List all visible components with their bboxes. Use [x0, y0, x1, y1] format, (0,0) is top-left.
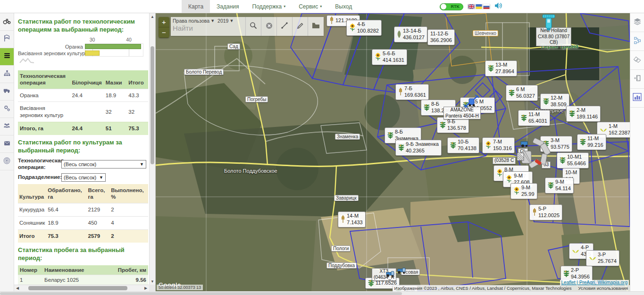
search-input[interactable] [173, 24, 243, 32]
field-marker[interactable]: 2-Р94.3956 [560, 266, 593, 282]
tractor-map-icon[interactable] [385, 270, 395, 279]
table-cell: 56.4 [46, 203, 86, 217]
flag-uk-icon[interactable] [468, 4, 475, 9]
map-library-attribution: Leaflet | PreAgri, Wikimapia.org [560, 280, 629, 285]
column-header: Технологическая операция [18, 70, 70, 89]
field-marker[interactable]: 9-М54.114 [545, 177, 574, 194]
toolbar-structure-button[interactable] [0, 66, 14, 83]
nav-service[interactable]: Сервис▾ [292, 0, 328, 13]
year-select[interactable]: 2019▼ [217, 18, 234, 24]
draw-button[interactable] [292, 17, 308, 36]
zoom-in-button[interactable]: + [159, 17, 169, 27]
chart-tick-label: 30 [90, 37, 95, 42]
terms-link[interactable]: Условия использования [578, 286, 628, 291]
field-marker-label: 9-М25.99 [521, 185, 535, 198]
toolbar-settings-button[interactable] [0, 101, 14, 118]
scrollbar-thumb[interactable] [28, 286, 127, 290]
unit-select[interactable]: (Весь список) ▼ [61, 173, 106, 182]
scroll-down-icon[interactable]: ▼ [150, 278, 155, 285]
stats-panel-content: Статистика работ по технологическим опер… [14, 13, 149, 285]
nav-logout[interactable]: Выход [328, 0, 359, 13]
field-marker[interactable]: 14-М7.1433 [338, 211, 366, 228]
toolbar-monitoring-button[interactable] [0, 153, 14, 170]
nav-map[interactable]: Карта [182, 0, 210, 13]
zoom-out-button[interactable]: − [159, 27, 169, 38]
field-marker[interactable]: 6 М56.0327 [506, 85, 538, 101]
scroll-left-icon[interactable]: ◀ [14, 285, 21, 291]
flag-ukraine-icon[interactable] [476, 4, 482, 9]
main-row: Статистика работ по технологическим опер… [0, 13, 644, 291]
chevron-down-icon: ▾ [320, 4, 322, 8]
rtk-toggle[interactable]: RTK [440, 3, 463, 10]
coordinates-readout: 50.80944 32.00373 13 [157, 285, 203, 290]
chart-category-label: Висівання зернових культур [18, 51, 83, 56]
table-row: Соняшник18.94504 [18, 217, 148, 230]
field-marker[interactable]: 13-М27.8964 [485, 60, 517, 76]
field-marker[interactable]: 11-М65.4031 [518, 110, 550, 126]
field-marker[interactable]: 12-М38.509 [540, 93, 569, 110]
machinery-cluster-icon[interactable] [509, 137, 556, 176]
measure-tools-button[interactable] [630, 70, 644, 89]
chevron-down-icon: ▼ [210, 18, 215, 23]
layers-button[interactable] [630, 13, 644, 32]
field-marker[interactable]: 9-Б136.578 [437, 117, 469, 133]
table-cell: Висівання зернових культур [18, 102, 70, 122]
target-icon [3, 157, 11, 167]
field-marker[interactable]: 11-М99.216 [577, 134, 606, 150]
open-folder-button[interactable] [308, 17, 323, 36]
panel-horizontal-scrollbar[interactable]: ◀ ▶ [14, 285, 149, 291]
column-header: Итого [126, 70, 148, 89]
rtk-label: RTK [451, 4, 460, 9]
field-marker[interactable]: 10-Б70.4138 [447, 137, 479, 153]
attribution-links[interactable]: Leaflet | PreAgri, Wikimapia.org [561, 280, 627, 285]
operation-select[interactable]: (Весь список) ▼ [61, 160, 146, 169]
field-marker[interactable]: 7-Б169.6361 [395, 84, 429, 100]
tractor-map-icon[interactable] [396, 267, 407, 276]
ruler-icon [633, 74, 642, 84]
clear-search-button[interactable] [261, 17, 276, 36]
sprayer-icon[interactable] [463, 94, 479, 110]
table-cell: Соняшник [18, 217, 46, 230]
field-marker[interactable]: 13-14-Б436.0127 [394, 26, 427, 42]
table-row: Кукурудза56.421292 [18, 203, 148, 217]
search-button[interactable] [245, 17, 261, 36]
tractor-icon [2, 17, 11, 27]
scroll-up-icon[interactable]: ▲ [150, 13, 155, 20]
clear-icon [266, 22, 273, 31]
corn-icon [548, 181, 554, 190]
field-marker[interactable]: 9-М25.99 [510, 183, 537, 199]
sound-icon[interactable] [494, 2, 502, 11]
nav-support[interactable]: Поддержка▾ [246, 0, 293, 13]
toolbar-vehicles-button[interactable] [0, 13, 14, 31]
page-horizontal-scrollbar[interactable] [0, 291, 644, 295]
field-marker[interactable]: 10-М155.6466 [557, 152, 589, 169]
measure-distance-button[interactable] [276, 17, 292, 36]
nav-tasks[interactable]: Задания [210, 0, 245, 13]
toolbar-fields-button[interactable] [0, 31, 14, 48]
corn-icon [440, 121, 446, 129]
field-marker[interactable]: 5-Р112.0025 [529, 204, 562, 220]
map[interactable]: СадБолото ПереводПогребыЗнаменкаБолото П… [156, 13, 630, 291]
field-marker[interactable]: 3-Р25.7674 [586, 250, 619, 266]
reports-chart-button[interactable] [630, 89, 644, 108]
scheme-button[interactable] [630, 32, 644, 51]
toolbar-reports-button[interactable] [0, 48, 14, 66]
scroll-right-icon[interactable]: ▶ [142, 285, 149, 291]
toolbar-trucks-button[interactable] [0, 83, 14, 101]
scrollbar-thumb[interactable] [151, 46, 154, 164]
field-marker[interactable]: 11-12-Б366.2906 [427, 29, 455, 45]
wheat-icon [329, 17, 334, 25]
toolbar-users-button[interactable] [0, 118, 14, 135]
toolbar-messages-button[interactable] [0, 135, 14, 153]
field-marker[interactable]: 4-Б100.8282 [346, 20, 382, 36]
flag-russia-icon[interactable] [483, 4, 490, 9]
combine-harvester-icon[interactable] [542, 14, 556, 33]
field-marker[interactable]: 9-Б Знаменка40.2365 [395, 140, 442, 156]
rights-select[interactable]: Права пользова▼ [173, 18, 215, 24]
fields-layer-button[interactable] [630, 51, 644, 70]
field-marker[interactable]: 5-6-Б414.1631 [372, 49, 407, 65]
field-marker[interactable]: 2-М189.1146 [566, 106, 601, 122]
panel-vertical-scrollbar[interactable]: ▲ ▼ [149, 13, 155, 285]
scrollbar-thumb[interactable] [0, 292, 402, 295]
ops-chart: 3040 ОранкаВисівання зернових культур [18, 37, 148, 66]
